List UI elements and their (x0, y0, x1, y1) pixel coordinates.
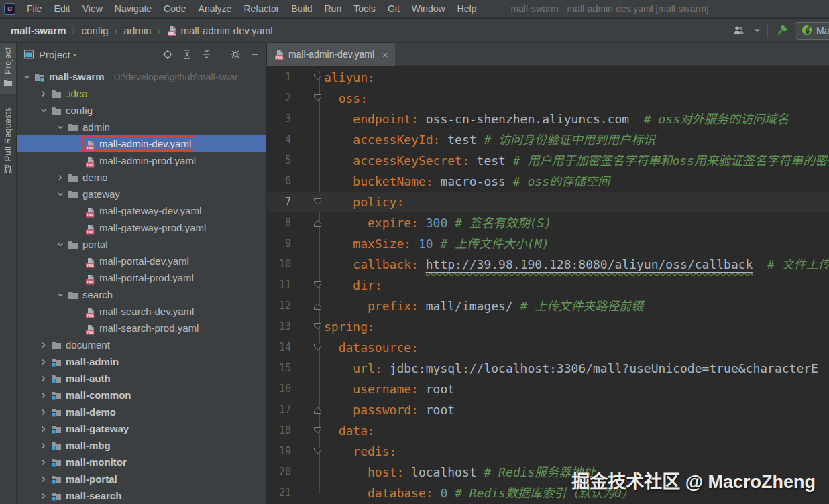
hide-tool-window-icon[interactable] (250, 49, 260, 60)
chevron-collapsed-icon[interactable] (38, 357, 50, 367)
settings-gear-icon[interactable] (230, 49, 241, 60)
chevron-down-icon[interactable] (754, 28, 761, 34)
tree-item-demo[interactable]: demo (17, 169, 266, 186)
code-line[interactable]: 15 url: jdbc:mysql://localhost:3306/mall… (267, 358, 829, 379)
chevron-collapsed-icon[interactable] (38, 391, 50, 400)
menu-code[interactable]: Code (158, 3, 192, 14)
code-line[interactable]: 17 password: root (267, 399, 829, 420)
menu-file[interactable]: File (21, 3, 48, 14)
breadcrumb-item[interactable]: admin (124, 25, 152, 36)
tree-item-mall-portal-dev-yaml[interactable]: YMLmall-portal-dev.yaml (17, 253, 266, 269)
project-panel-title[interactable]: Project (39, 49, 70, 60)
menu-tools[interactable]: Tools (347, 3, 382, 14)
fold-open-icon[interactable] (291, 316, 324, 337)
tree-item-mall-admin-dev-yaml[interactable]: YMLmall-admin-dev.yaml (17, 135, 266, 152)
chevron-down-icon[interactable]: ▾ (73, 51, 76, 58)
menu-refactor[interactable]: Refactor (237, 3, 285, 14)
fold-open-icon[interactable] (291, 67, 324, 88)
code-line[interactable]: 10 callback: http://39.98.190.128:8080/a… (267, 254, 829, 275)
breadcrumb-item[interactable]: config (82, 25, 109, 36)
tree-item-portal[interactable]: portal (17, 236, 266, 253)
tree-item-mall-mbg[interactable]: mall-mbg (17, 437, 266, 454)
code-line[interactable]: 13spring: (267, 316, 829, 337)
tree-item-config[interactable]: config (17, 102, 266, 119)
code-line[interactable]: 14 datasource: (267, 337, 829, 358)
menu-edit[interactable]: Edit (48, 3, 76, 14)
expand-all-icon[interactable] (182, 49, 192, 60)
tree-item-mall-demo[interactable]: mall-demo (17, 403, 266, 420)
tree-item-mall-gateway-dev-yaml[interactable]: YMLmall-gateway-dev.yaml (17, 202, 266, 219)
code-line[interactable]: 9 maxSize: 10 # 上传文件大小(M) (267, 233, 829, 254)
fold-open-icon[interactable] (291, 88, 324, 109)
tree-item-mall-monitor[interactable]: mall-monitor (17, 454, 266, 470)
fold-open-icon[interactable] (291, 441, 324, 462)
build-hammer-icon[interactable] (775, 24, 788, 38)
chevron-expanded-icon[interactable] (54, 123, 66, 132)
tree-item-mall-swarm[interactable]: mall-swarmD:\developer\github\mall-swar (17, 68, 266, 85)
code-line[interactable]: 18 data: (267, 420, 829, 441)
collapse-all-icon[interactable] (201, 49, 212, 60)
tree-item-mall-portal-prod-yaml[interactable]: YMLmall-portal-prod.yaml (17, 269, 266, 286)
tree-item-mall-gateway-prod-yaml[interactable]: YMLmall-gateway-prod.yaml (17, 219, 266, 236)
chevron-expanded-icon[interactable] (54, 190, 66, 199)
tree-item-mall-portal[interactable]: mall-portal (17, 470, 266, 487)
editor-tab[interactable]: YML mall-admin-dev.yaml × (267, 43, 395, 66)
code-editor[interactable]: 1aliyun:2 oss:3 endpoint: oss-cn-shenzhe… (267, 66, 829, 504)
menu-help[interactable]: Help (451, 3, 483, 14)
menu-window[interactable]: Window (406, 3, 451, 14)
chevron-collapsed-icon[interactable] (38, 407, 50, 417)
code-line[interactable]: 19 redis: (267, 441, 829, 462)
breadcrumb-item[interactable]: mall-swarm (11, 25, 66, 36)
code-line[interactable]: 3 endpoint: oss-cn-shenzhen.aliyuncs.com… (267, 109, 829, 129)
fold-open-icon[interactable] (291, 420, 324, 441)
tree-item-mall-search-prod-yaml[interactable]: YMLmall-search-prod.yaml (17, 320, 266, 336)
menu-navigate[interactable]: Navigate (109, 3, 158, 14)
chevron-collapsed-icon[interactable] (38, 458, 50, 467)
chevron-collapsed-icon[interactable] (38, 374, 50, 383)
fold-close-icon[interactable] (291, 399, 324, 420)
code-line[interactable]: 11 dir: (267, 275, 829, 296)
chevron-expanded-icon[interactable] (21, 72, 33, 82)
run-configuration-select[interactable]: MallA (795, 22, 829, 40)
chevron-expanded-icon[interactable] (38, 106, 50, 115)
chevron-collapsed-icon[interactable] (38, 340, 50, 350)
code-line[interactable]: 2 oss: (267, 88, 829, 109)
select-opened-file-icon[interactable] (162, 49, 173, 60)
tree-item-mall-search-dev-yaml[interactable]: YMLmall-search-dev.yaml (17, 303, 266, 320)
tool-window-button-pull-requests[interactable]: Pull Requests (0, 103, 16, 181)
tree-item--idea[interactable]: .idea (17, 85, 266, 102)
fold-open-icon[interactable] (291, 192, 324, 212)
url-link[interactable]: http://39.98.190.128:8080/aliyun/oss/cal… (426, 257, 753, 271)
chevron-expanded-icon[interactable] (54, 290, 66, 300)
menu-build[interactable]: Build (285, 3, 318, 14)
chevron-collapsed-icon[interactable] (38, 424, 50, 434)
tree-item-document[interactable]: document (17, 336, 266, 353)
code-line[interactable]: 16 username: root (267, 379, 829, 399)
breadcrumb-file[interactable]: YMLmall-admin-dev.yaml (166, 25, 272, 36)
menu-view[interactable]: View (76, 3, 109, 14)
chevron-collapsed-icon[interactable] (54, 173, 66, 182)
code-line[interactable]: 12 prefix: mall/images/ # 上传文件夹路径前缀 (267, 296, 829, 316)
tool-window-button-project[interactable]: Project (0, 43, 16, 94)
close-tab-icon[interactable]: × (382, 49, 388, 60)
fold-open-icon[interactable] (291, 337, 324, 358)
code-line[interactable]: 7 policy: (267, 192, 829, 212)
menu-run[interactable]: Run (318, 3, 347, 14)
code-line[interactable]: 6 bucketName: macro-oss # oss的存储空间 (267, 171, 829, 192)
code-line[interactable]: 8 expire: 300 # 签名有效期(S) (267, 212, 829, 233)
tree-item-search[interactable]: search (17, 286, 266, 303)
chevron-collapsed-icon[interactable] (38, 475, 50, 484)
code-line[interactable]: 5 accessKeySecret: test # 用户用于加密签名字符串和os… (267, 150, 829, 171)
tree-item-mall-admin[interactable]: mall-admin (17, 353, 266, 370)
chevron-collapsed-icon[interactable] (38, 89, 50, 99)
tree-item-admin[interactable]: admin (17, 119, 266, 135)
fold-open-icon[interactable] (291, 275, 324, 296)
tree-item-gateway[interactable]: gateway (17, 186, 266, 202)
chevron-expanded-icon[interactable] (54, 240, 66, 249)
code-line[interactable]: 4 accessKeyId: test # 访问身份验证中用到用户标识 (267, 129, 829, 150)
tree-item-mall-common[interactable]: mall-common (17, 387, 266, 403)
code-line[interactable]: 1aliyun: (267, 67, 829, 88)
menu-git[interactable]: Git (382, 3, 406, 14)
tree-item-mall-gateway[interactable]: mall-gateway (17, 420, 266, 437)
tree-item-mall-search[interactable]: mall-search (17, 487, 266, 504)
